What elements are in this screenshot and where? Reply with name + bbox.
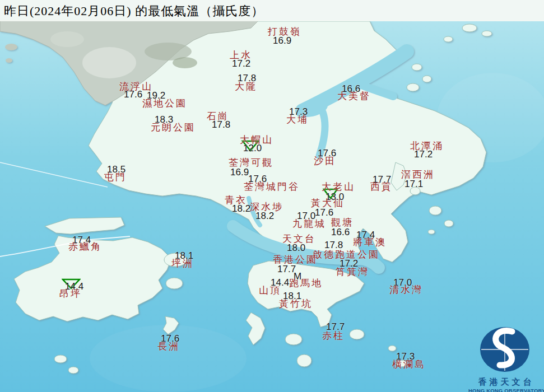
station-name: 黃大仙 xyxy=(311,198,345,208)
station-name: 九龍城 xyxy=(292,219,326,229)
station-value: 16.9 xyxy=(273,36,291,45)
station-value: 18.0 xyxy=(287,243,305,253)
station-layer: 16.9打鼓嶺17.2上水17.8大隴16.6大美督17.6流浮山19.2濕地公… xyxy=(0,0,544,392)
hko-logo-icon xyxy=(468,312,541,374)
station-name: 大美督 xyxy=(337,91,371,101)
station-name: 石崗 xyxy=(207,111,229,122)
station-name: 荃灣可觀 xyxy=(229,158,273,168)
station-name: 上水 xyxy=(230,50,252,60)
station-name: 觀塘 xyxy=(331,218,354,228)
station-name: 北潭涌 xyxy=(410,141,444,151)
station-value: 17.8 xyxy=(324,240,343,250)
station-name: 橫瀾島 xyxy=(392,360,426,370)
hko-logo: 香港天文台 HONG KONG OBSERVATORY xyxy=(468,312,541,392)
station-name: 筲箕灣 xyxy=(336,267,369,277)
station-name: 深水埗 xyxy=(250,202,283,212)
station-name: 赤鱲角 xyxy=(68,242,102,252)
station-name: 清水灣 xyxy=(389,285,423,295)
station-name: 昂坪 xyxy=(59,289,82,299)
station-name: 大老山 xyxy=(322,182,355,192)
station-value: 18.2 xyxy=(255,211,274,221)
station-value: 17.6 xyxy=(315,208,333,217)
station-value: 16.9 xyxy=(230,167,249,177)
station-name: 打鼓嶺 xyxy=(268,27,301,37)
station-name: 大埔 xyxy=(286,115,309,125)
station-name: 荃灣城門谷 xyxy=(244,182,300,192)
title-bar: 昨日(2024年02月06日) 的最低氣溫（攝氏度） xyxy=(0,0,544,21)
station-value: 16.6 xyxy=(331,227,350,237)
station-name: 屯門 xyxy=(104,172,127,183)
station-name: 山頂 xyxy=(259,286,281,296)
station-name: 黃竹坑 xyxy=(279,299,313,309)
hko-min-temperature-map: 16.9打鼓嶺17.2上水17.8大隴16.6大美督17.6流浮山19.2濕地公… xyxy=(0,0,544,392)
logo-english-name: HONG KONG OBSERVATORY xyxy=(468,388,541,392)
station-name: 跑馬地 xyxy=(289,278,323,288)
station-name: 天文台 xyxy=(282,234,316,244)
station-name: 香港公園 xyxy=(273,255,318,265)
station-name: 長洲 xyxy=(157,342,180,352)
station-name: 西貢 xyxy=(370,182,393,192)
station-name: 沙田 xyxy=(314,156,336,166)
logo-chinese-name: 香港天文台 xyxy=(468,377,541,388)
station-name: 濕地公園 xyxy=(142,99,187,109)
station-name: 青衣 xyxy=(225,195,247,206)
station-name: 坪洲 xyxy=(171,259,194,269)
station-name: 將軍澳 xyxy=(353,237,387,248)
station-name: 大帽山 xyxy=(240,135,273,145)
station-name: 大隴 xyxy=(235,82,257,92)
page-title: 昨日(2024年02月06日) 的最低氣溫（攝氏度） xyxy=(4,3,264,20)
station-name: 滘西洲 xyxy=(401,170,435,180)
station-name: 元朗公園 xyxy=(151,123,196,133)
station-name: 赤柱 xyxy=(322,331,345,341)
station-value: 17.1 xyxy=(404,179,423,189)
